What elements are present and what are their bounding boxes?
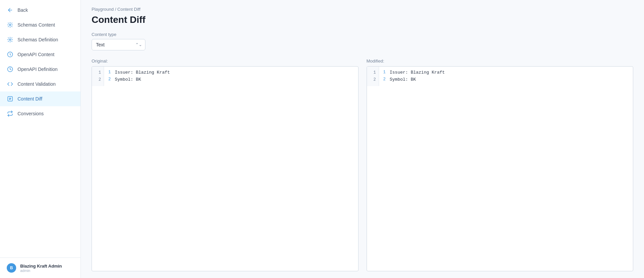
modified-code-line-2: 2 Symbol: BK <box>383 76 629 83</box>
modified-code-line-num-2: 2 <box>383 76 390 83</box>
modified-line-numbers: 1 2 <box>367 67 379 86</box>
sidebar-item-content-diff-label: Content Diff <box>18 96 42 102</box>
conversions-icon <box>7 110 13 117</box>
sidebar-item-schemas-content[interactable]: Schemas Content <box>0 17 80 32</box>
avatar: B <box>7 263 16 273</box>
sidebar-footer: B Blazing Kraft Admin admin <box>0 257 80 278</box>
sidebar-nav: Back Schemas Content Schemas Definition <box>0 0 80 257</box>
sidebar-item-schemas-content-label: Schemas Content <box>18 22 55 28</box>
modified-code-line-text-2: Symbol: BK <box>390 76 416 83</box>
modified-code-lines: 1 Issuer: Blazing Kraft 2 Symbol: BK <box>379 67 633 86</box>
sidebar-item-openapi-content[interactable]: OpenAPI Content <box>0 47 80 62</box>
back-icon <box>7 7 13 13</box>
sidebar-item-content-validation-label: Content Validation <box>18 81 56 87</box>
original-label: Original: <box>92 58 359 64</box>
diff-container: Original: 1 2 1 Issuer: Blazing Kraft 2 <box>92 58 633 271</box>
user-role: admin <box>20 269 62 273</box>
content-validation-icon <box>7 81 13 87</box>
modified-code-line-num-1: 1 <box>383 69 390 76</box>
openapi-content-icon <box>7 51 13 58</box>
modified-code-line-text-1: Issuer: Blazing Kraft <box>390 69 445 76</box>
original-code-line-num-1: 1 <box>108 69 115 76</box>
breadcrumb: Playground / Content Diff <box>92 7 633 12</box>
schemas-definition-icon <box>7 36 13 43</box>
sidebar-item-openapi-definition[interactable]: OpenAPI Definition <box>0 62 80 77</box>
sidebar-item-conversions[interactable]: Conversions <box>0 106 80 121</box>
modified-label: Modified: <box>367 58 634 64</box>
sidebar-item-openapi-content-label: OpenAPI Content <box>18 52 55 57</box>
sidebar-item-content-diff[interactable]: Content Diff <box>0 91 80 106</box>
sidebar-item-back-label: Back <box>18 7 28 13</box>
svg-point-2 <box>9 39 11 41</box>
schemas-content-icon <box>7 22 13 28</box>
modified-line-num-2: 2 <box>367 76 379 83</box>
sidebar-item-conversions-label: Conversions <box>18 111 44 116</box>
original-line-num-2: 2 <box>92 76 104 83</box>
content-type-label: Content type <box>92 32 633 37</box>
original-code-line-text-2: Symbol: BK <box>115 76 141 83</box>
original-line-numbers: 1 2 <box>92 67 104 86</box>
modified-editor[interactable]: 1 2 1 Issuer: Blazing Kraft 2 Symbol: BK <box>367 66 634 271</box>
modified-diff-content: 1 2 1 Issuer: Blazing Kraft 2 Symbol: BK <box>367 67 633 86</box>
content-type-select-wrapper: Text JSON XML YAML ⌃⌄ <box>92 39 145 50</box>
modified-panel: Modified: 1 2 1 Issuer: Blazing Kraft 2 <box>367 58 634 271</box>
sidebar-item-schemas-definition[interactable]: Schemas Definition <box>0 32 80 47</box>
sidebar-item-schemas-definition-label: Schemas Definition <box>18 37 58 42</box>
page-title: Content Diff <box>92 14 633 25</box>
sidebar: Back Schemas Content Schemas Definition <box>0 0 81 278</box>
original-code-line-num-2: 2 <box>108 76 115 83</box>
modified-code-line-1: 1 Issuer: Blazing Kraft <box>383 69 629 76</box>
user-info: Blazing Kraft Admin admin <box>20 264 62 273</box>
content-type-select[interactable]: Text JSON XML YAML <box>92 39 145 50</box>
original-line-num-1: 1 <box>92 69 104 76</box>
openapi-definition-icon <box>7 66 13 73</box>
original-code-lines: 1 Issuer: Blazing Kraft 2 Symbol: BK <box>104 67 358 86</box>
original-diff-content: 1 2 1 Issuer: Blazing Kraft 2 Symbol: BK <box>92 67 358 86</box>
sidebar-item-content-validation[interactable]: Content Validation <box>0 77 80 91</box>
original-editor[interactable]: 1 2 1 Issuer: Blazing Kraft 2 Symbol: BK <box>92 66 359 271</box>
sidebar-item-openapi-definition-label: OpenAPI Definition <box>18 67 58 72</box>
sidebar-item-back[interactable]: Back <box>0 3 80 17</box>
content-diff-icon <box>7 95 13 102</box>
panel-gap <box>359 58 367 271</box>
modified-line-num-1: 1 <box>367 69 379 76</box>
main-content: Playground / Content Diff Content Diff C… <box>81 0 644 278</box>
original-code-line-1: 1 Issuer: Blazing Kraft <box>108 69 354 76</box>
user-name: Blazing Kraft Admin <box>20 264 62 269</box>
svg-point-1 <box>9 24 11 26</box>
original-panel: Original: 1 2 1 Issuer: Blazing Kraft 2 <box>92 58 359 271</box>
original-code-line-2: 2 Symbol: BK <box>108 76 354 83</box>
original-code-line-text-1: Issuer: Blazing Kraft <box>115 69 170 76</box>
